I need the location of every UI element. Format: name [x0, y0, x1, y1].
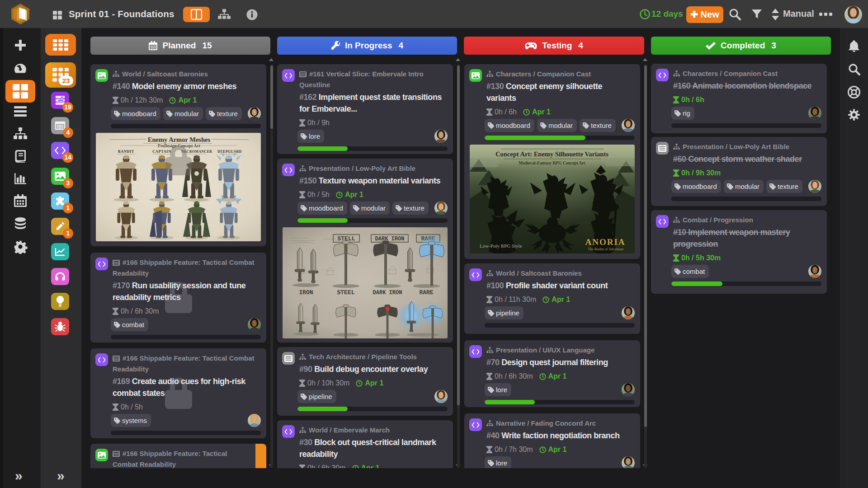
svg-text:ANORIA: ANORIA	[585, 237, 625, 247]
svg-text:DARK IRON: DARK IRON	[375, 236, 405, 242]
svg-text:Concept Art: Enemy Silhouette: Concept Art: Enemy Silhouette Variants	[495, 150, 609, 158]
svg-text:BANDIT: BANDIT	[118, 149, 134, 154]
svg-text:DARK IRON: DARK IRON	[373, 290, 402, 296]
svg-text:Medieval-Fantasy RPG Concept A: Medieval-Fantasy RPG Concept Art	[519, 161, 585, 165]
svg-text:Low-Poly RPG Style: Low-Poly RPG Style	[480, 243, 522, 249]
svg-text:IRON: IRON	[299, 289, 313, 296]
svg-text:The Realm of Adventure: The Realm of Adventure	[588, 247, 624, 251]
svg-text:RARE: RARE	[419, 289, 433, 296]
svg-text:Enemy Armor Meshes: Enemy Armor Meshes	[148, 136, 211, 143]
svg-text:STEEL: STEEL	[337, 289, 354, 296]
